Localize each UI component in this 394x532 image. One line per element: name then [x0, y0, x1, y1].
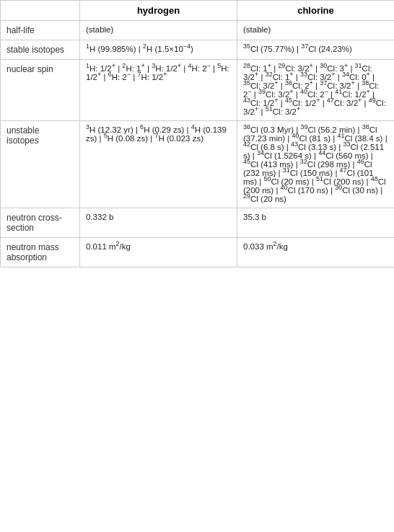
neutron-cross-section-chlorine: 35.3 b — [237, 208, 395, 238]
halflife-hydrogen: (stable) — [80, 21, 237, 40]
row-label-halflife: half-life — [1, 21, 80, 40]
table-row: half-life (stable) (stable) — [1, 21, 395, 40]
row-label-stable-isotopes: stable isotopes — [1, 40, 80, 60]
row-label-unstable-isotopes: unstable isotopes — [1, 121, 80, 208]
row-label-neutron-cross-section: neutron cross-section — [1, 208, 80, 238]
table-row: stable isotopes 1H (99.985%) | 2H (1.5×1… — [1, 40, 395, 60]
nuclear-spin-chlorine: 28Cl: 1+ | 29Cl: 3/2+ | 30Cl: 3+ | 31Cl:… — [237, 60, 395, 121]
row-label-nuclear-spin: nuclear spin — [1, 60, 80, 121]
unstable-isotopes-chlorine: 36Cl (0.3 Myr) | 39Cl (56.2 min) | 38Cl … — [237, 121, 395, 208]
table-row: unstable isotopes 3H (12.32 yr) | 6H (0.… — [1, 121, 395, 208]
stable-isotopes-chlorine: 35Cl (75.77%) | 37Cl (24.23%) — [237, 40, 395, 60]
unstable-isotopes-hydrogen: 3H (12.32 yr) | 6H (0.29 zs) | 4H (0.139… — [80, 121, 237, 208]
halflife-chlorine: (stable) — [237, 21, 395, 40]
table-row: nuclear spin 1H: 1/2+ | 2H: 1+ | 3H: 1/2… — [1, 60, 395, 121]
header-label — [1, 1, 80, 21]
stable-isotopes-hydrogen: 1H (99.985%) | 2H (1.5×10−4) — [80, 40, 237, 60]
header-hydrogen: hydrogen — [80, 1, 237, 21]
neutron-mass-absorption-chlorine: 0.033 m2/kg — [237, 238, 395, 267]
neutron-mass-absorption-hydrogen: 0.011 m2/kg — [80, 238, 237, 267]
row-label-neutron-mass-absorption: neutron mass absorption — [1, 238, 80, 267]
neutron-cross-section-hydrogen: 0.332 b — [80, 208, 237, 238]
table-row: neutron mass absorption 0.011 m2/kg 0.03… — [1, 238, 395, 267]
nuclear-spin-hydrogen: 1H: 1/2+ | 2H: 1+ | 3H: 1/2+ | 4H: 2− | … — [80, 60, 237, 121]
header-chlorine: chlorine — [237, 1, 395, 21]
table-row: neutron cross-section 0.332 b 35.3 b — [1, 208, 395, 238]
